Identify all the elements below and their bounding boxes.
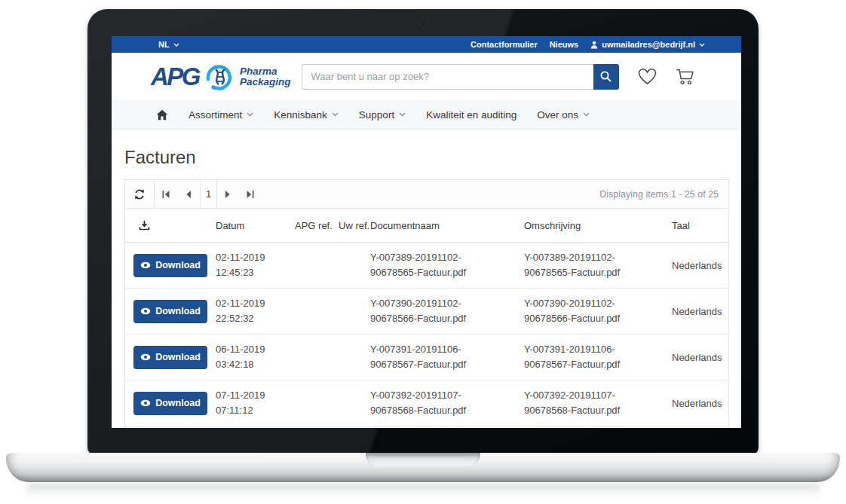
cell-datum: 02-11-201922:52:32	[216, 296, 295, 326]
search-bar	[302, 64, 619, 90]
refresh-button[interactable]	[125, 180, 155, 208]
cell-taal: Nederlands	[672, 352, 730, 363]
pager-next-button[interactable]	[217, 180, 238, 208]
cell-datum: 06-11-201903:42:18	[216, 342, 295, 372]
user-icon	[590, 41, 598, 49]
cell-documentnaam: Y-007391-20191106-90678567-Factuur.pdf	[370, 342, 524, 372]
pager-status: Displaying items 1 - 25 of 25	[599, 189, 728, 200]
account-menu[interactable]: uwmailadres@bedrijf.nl	[590, 40, 705, 49]
cell-omschrijving: Y-007392-20191107-90678568-Factuur.pdf	[524, 388, 672, 418]
cell-datum: 07-11-201907:11:12	[216, 388, 295, 418]
laptop-bezel: NL Contactformulier Nieuws uwmailadres@b…	[87, 9, 759, 455]
laptop-mockup: NL Contactformulier Nieuws uwmailadres@b…	[0, 0, 846, 504]
search-input[interactable]	[302, 64, 593, 90]
cart-button[interactable]	[676, 67, 696, 86]
grid-header-row: Datum APG ref. Uw ref. Documentnaam Omsc…	[125, 209, 728, 243]
cell-omschrijving: Y-007390-20191102-90678566-Factuur.pdf	[524, 296, 672, 326]
nav-item-support[interactable]: Support	[359, 109, 406, 121]
eye-icon	[140, 261, 151, 269]
table-row: Download 02-11-201922:52:32 Y-007390-201…	[125, 289, 728, 334]
cell-taal: Nederlands	[672, 260, 730, 271]
nav-item-kwaliteit[interactable]: Kwaliteit en auditing	[426, 109, 516, 121]
site-header: APG Pharma P	[112, 53, 741, 100]
page-title: Facturen	[124, 147, 729, 168]
company-logo[interactable]: APG Pharma P	[151, 63, 291, 91]
chevron-down-icon	[173, 43, 179, 47]
column-header-apg-ref: APG ref.	[295, 220, 339, 231]
refresh-icon	[133, 188, 146, 200]
nav-item-kennisbank[interactable]: Kennisbank	[274, 109, 339, 121]
last-page-icon	[245, 190, 256, 199]
cell-taal: Nederlands	[672, 398, 730, 409]
topbar-links: Contactformulier Nieuws uwmailadres@bedr…	[471, 40, 705, 49]
eye-icon	[140, 307, 151, 315]
webcam-dot	[421, 21, 425, 26]
eye-icon	[140, 353, 151, 361]
cart-icon	[676, 67, 696, 86]
nav-item-assortiment[interactable]: Assortiment	[189, 109, 253, 121]
first-page-icon	[161, 190, 171, 199]
eye-icon	[140, 399, 151, 407]
cell-documentnaam: Y-007389-20191102-90678565-Factuur.pdf	[370, 250, 524, 280]
prev-page-icon	[185, 190, 192, 199]
pager-current-page[interactable]: 1	[200, 180, 217, 208]
cell-omschrijving: Y-007391-20191106-90678567-Factuur.pdf	[524, 342, 672, 372]
pager-first-button[interactable]	[155, 180, 177, 208]
search-icon	[599, 70, 612, 83]
download-button[interactable]: Download	[133, 300, 207, 323]
download-column-icon	[139, 220, 150, 231]
browser-viewport: NL Contactformulier Nieuws uwmailadres@b…	[112, 36, 741, 428]
chevron-down-icon	[399, 112, 406, 117]
column-header-uw-ref: Uw ref.	[339, 220, 370, 231]
news-link[interactable]: Nieuws	[550, 40, 579, 49]
invoices-grid: 1 Displaying items 1 - 25 of 25	[124, 179, 729, 428]
cell-taal: Nederlands	[672, 306, 730, 317]
nav-home[interactable]	[156, 109, 168, 121]
column-header-taal: Taal	[672, 220, 730, 231]
logo-wordmark: APG	[151, 64, 199, 89]
cell-documentnaam: Y-007392-20191107-90678568-Factuur.pdf	[370, 388, 524, 418]
laptop-reflection	[26, 484, 820, 500]
download-button[interactable]: Download	[133, 392, 207, 415]
wishlist-button[interactable]	[637, 67, 657, 86]
pager-prev-button[interactable]	[177, 180, 200, 208]
top-utility-bar: NL Contactformulier Nieuws uwmailadres@b…	[112, 36, 741, 53]
download-button[interactable]: Download	[133, 254, 207, 277]
table-row: Download 07-11-201907:11:12 Y-007392-201…	[125, 380, 728, 426]
chevron-down-icon	[583, 112, 590, 117]
next-page-icon	[224, 190, 231, 199]
table-row: Download 02-11-201912:45:23 Y-007389-201…	[125, 243, 728, 289]
nav-item-over-ons[interactable]: Over ons	[537, 109, 590, 121]
column-header-omschrijving: Omschrijving	[524, 220, 672, 231]
logo-tagline: Pharma Packaging	[240, 66, 291, 87]
page-content: Facturen	[112, 147, 741, 428]
account-email: uwmailadres@bedrijf.nl	[602, 40, 695, 49]
dna-helix-icon	[202, 63, 237, 91]
download-button[interactable]: Download	[133, 346, 207, 369]
column-header-documentnaam: Documentnaam	[370, 220, 524, 231]
cell-documentnaam: Y-007390-20191102-90678566-Factuur.pdf	[370, 296, 524, 326]
column-header-datum: Datum	[216, 220, 295, 231]
main-navigation: Assortiment Kennisbank Support Kwaliteit…	[112, 100, 741, 130]
pager-last-button[interactable]	[238, 180, 262, 208]
table-row: Download 06-11-201903:42:18 Y-007391-201…	[125, 334, 728, 380]
laptop-base-notch	[366, 453, 480, 466]
chevron-down-icon	[247, 112, 253, 117]
chevron-down-icon	[332, 112, 339, 117]
contact-link[interactable]: Contactformulier	[471, 40, 538, 49]
home-icon	[156, 109, 168, 121]
heart-icon	[637, 67, 657, 86]
language-label: NL	[158, 40, 170, 49]
chevron-down-icon	[699, 43, 705, 47]
search-button[interactable]	[593, 64, 619, 90]
language-selector[interactable]: NL	[158, 40, 179, 49]
grid-pager: 1 Displaying items 1 - 25 of 25	[125, 180, 728, 209]
cell-datum: 02-11-201912:45:23	[216, 250, 295, 280]
cell-omschrijving: Y-007389-20191102-90678565-Factuur.pdf	[524, 250, 672, 280]
